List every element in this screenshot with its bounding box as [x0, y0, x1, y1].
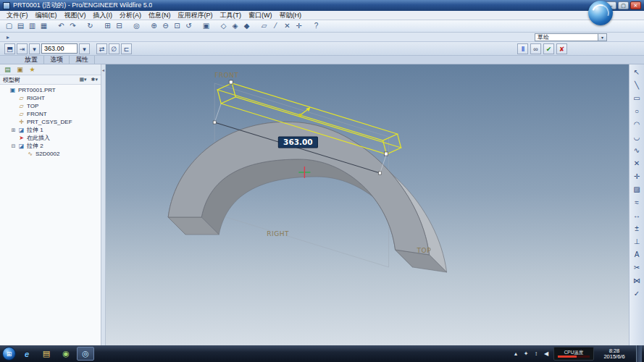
flip-direction-icon[interactable]: ⇄	[96, 43, 107, 54]
selection-filter-combo[interactable]: 草绘 ▾	[535, 33, 607, 41]
redo-icon[interactable]: ↷	[67, 21, 78, 31]
tree-item-top-plane[interactable]: ▱ TOP	[0, 102, 101, 110]
explorer-icon[interactable]: ▤	[38, 347, 55, 361]
constraint-tool-icon[interactable]: ⊥	[631, 236, 643, 247]
close-button[interactable]: ✕	[630, 1, 641, 9]
zoom-in-icon[interactable]: ⊕	[149, 21, 159, 31]
wireframe-icon[interactable]: ◇	[218, 21, 229, 31]
tree-settings-dropdown[interactable]: ✱▾	[91, 77, 98, 83]
media-player-icon[interactable]: ◉	[57, 347, 75, 361]
tree-item-extrude-1[interactable]: ⊞ ◪ 拉伸 1	[0, 126, 101, 134]
graphics-viewport[interactable]: FRONT RIGHT TOP	[106, 64, 629, 345]
chevron-down-icon[interactable]: ▾	[598, 33, 607, 41]
mirror-tool-icon[interactable]: ⋈	[631, 275, 643, 286]
dimension-tool-icon[interactable]: ↔	[631, 210, 643, 221]
show-desktop-button[interactable]	[636, 345, 642, 362]
menu-item[interactable]: 窗口(W)	[245, 11, 276, 20]
selection-status-icon[interactable]: ▸	[4, 34, 12, 41]
remove-material-icon[interactable]: ∅	[109, 43, 120, 54]
tray-volume-icon[interactable]: ◀	[543, 350, 550, 357]
depth-type-icon[interactable]: ⇥	[17, 43, 28, 54]
placement-panel-icon[interactable]: ⬒	[4, 43, 15, 54]
hidden-line-icon[interactable]: ◈	[230, 21, 241, 31]
pause-feature-button[interactable]: ‖	[517, 43, 528, 54]
depth-type-dropdown-icon[interactable]: ▾	[29, 43, 40, 54]
csys-toggle-icon[interactable]: ✛	[293, 21, 304, 31]
open-file-icon[interactable]: ▤	[15, 21, 26, 31]
datum-plane-toggle-icon[interactable]: ▱	[259, 21, 269, 31]
depth-value-dropdown-icon[interactable]: ▾	[79, 43, 90, 54]
menu-item[interactable]: 编辑(E)	[32, 11, 61, 20]
nav-tab-folder-browser-icon[interactable]: ▣	[15, 65, 25, 74]
tray-expand-icon[interactable]: ▴	[512, 350, 519, 357]
nav-tab-favorites-icon[interactable]: ★	[28, 65, 37, 74]
tree-item-sketch[interactable]: ∿ S2D0002	[0, 150, 101, 158]
menu-item[interactable]: 插入(I)	[90, 11, 117, 20]
point-tool-icon[interactable]: ✕	[631, 158, 643, 169]
accept-feature-button[interactable]: ✔	[543, 43, 554, 54]
dimension-handle-left[interactable]	[213, 121, 216, 124]
dashboard-tab[interactable]: 选项	[44, 56, 70, 64]
paste-icon[interactable]: ⊟	[114, 21, 125, 31]
undo-icon[interactable]: ↶	[56, 21, 67, 31]
maximize-button[interactable]: ▢	[618, 1, 629, 9]
tree-expander-icon[interactable]: ⊟	[11, 143, 16, 149]
help-icon[interactable]: ?	[311, 21, 322, 31]
print-icon[interactable]: ▦	[38, 21, 49, 31]
dashboard-tab[interactable]: 放置	[19, 56, 44, 64]
copy-icon[interactable]: ⊞	[102, 21, 113, 31]
tree-expander-icon[interactable]: ⊞	[11, 127, 16, 133]
spline-tool-icon[interactable]: ∿	[631, 145, 643, 156]
tray-security-icon[interactable]: ✦	[522, 350, 530, 357]
ie-icon[interactable]: e	[18, 347, 35, 361]
menu-item[interactable]: 文件(F)	[3, 11, 32, 20]
arc-tool-icon[interactable]: ◠	[631, 119, 643, 130]
regenerate-icon[interactable]: ↻	[85, 21, 96, 31]
proe-taskbar-icon[interactable]: ◎	[77, 347, 94, 361]
tree-show-dropdown[interactable]: ▦▾	[79, 77, 86, 83]
drag-origin-dot[interactable]	[298, 114, 301, 117]
csys-tool-icon[interactable]: ✛	[631, 171, 643, 182]
fillet-tool-icon[interactable]: ◡	[631, 132, 643, 143]
sketch-handle-left[interactable]	[229, 80, 233, 84]
dimension-handle-right[interactable]	[379, 172, 382, 174]
text-tool-icon[interactable]: A	[631, 249, 643, 260]
menu-item[interactable]: 视图(V)	[61, 11, 90, 20]
datum-point-toggle-icon[interactable]: ✕	[282, 21, 293, 31]
rectangle-tool-icon[interactable]: ▭	[631, 93, 643, 104]
selection-filter-value[interactable]: 草绘	[535, 33, 598, 41]
reorient-icon[interactable]: ↺	[183, 21, 194, 31]
trim-tool-icon[interactable]: ✂	[631, 262, 643, 273]
tree-item-csys[interactable]: ✛ PRT_CSYS_DEF	[0, 118, 101, 126]
cancel-feature-button[interactable]: ✘	[556, 43, 567, 54]
start-button[interactable]: ⊞	[2, 347, 16, 361]
refit-icon[interactable]: ⊡	[172, 21, 183, 31]
thicken-sketch-icon[interactable]: ⊏	[121, 43, 132, 54]
zoom-out-icon[interactable]: ⊖	[160, 21, 171, 31]
menu-item[interactable]: 分析(A)	[116, 11, 145, 20]
saved-views-icon[interactable]: ▣	[201, 21, 212, 31]
depth-value-input[interactable]	[41, 43, 78, 54]
line-tool-icon[interactable]: ╲	[631, 80, 643, 90]
tray-network-icon[interactable]: ↕	[532, 350, 540, 357]
dimension-value[interactable]: 363.00	[283, 138, 313, 147]
circle-tool-icon[interactable]: ○	[631, 106, 643, 117]
save-icon[interactable]: ▥	[27, 21, 38, 31]
tree-item-insert-here[interactable]: ➤ 在此插入	[0, 134, 101, 142]
shaded-icon[interactable]: ◆	[241, 21, 252, 31]
taskbar-clock[interactable]: 8:28 2015/6/6	[598, 348, 631, 360]
done-tool-icon[interactable]: ✓	[631, 288, 643, 299]
modify-tool-icon[interactable]: ±	[631, 223, 643, 234]
nav-tab-model-tree-icon[interactable]: ▤	[3, 65, 12, 74]
offset-tool-icon[interactable]: ≈	[631, 197, 643, 208]
menu-item[interactable]: 工具(T)	[217, 11, 246, 20]
new-file-icon[interactable]: ▢	[4, 21, 14, 31]
tree-item-part[interactable]: ▣ PRT0001.PRT	[0, 86, 101, 94]
use-edge-tool-icon[interactable]: ▨	[631, 184, 643, 195]
menu-item[interactable]: 帮助(H)	[276, 11, 306, 20]
verify-preview-button[interactable]: ∞	[530, 43, 541, 54]
tree-item-right-plane[interactable]: ▱ RIGHT	[0, 94, 101, 102]
tree-item-extrude-2[interactable]: ⊟ ◪ 拉伸 2	[0, 142, 101, 150]
tree-item-front-plane[interactable]: ▱ FRONT	[0, 110, 101, 118]
dashboard-tab[interactable]: 属性	[70, 56, 95, 64]
